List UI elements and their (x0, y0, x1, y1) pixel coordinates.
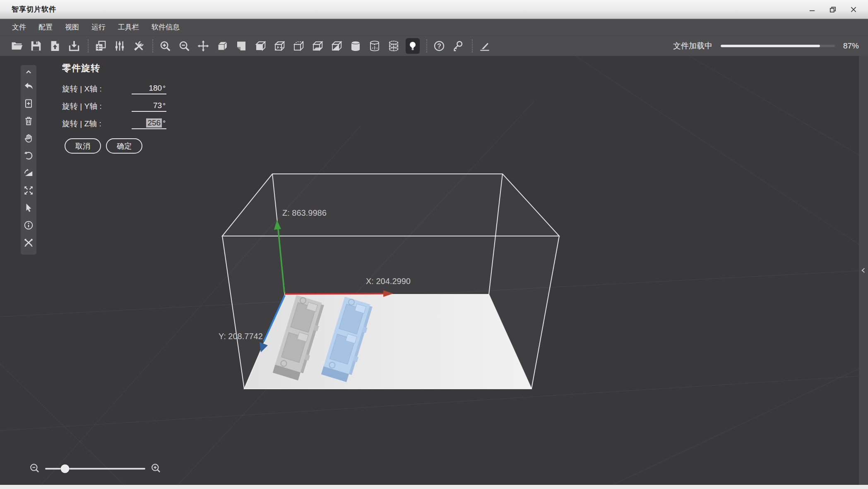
view-hidden-edges-button[interactable] (272, 38, 286, 54)
save-icon (30, 40, 42, 52)
zoom-in-button[interactable] (158, 38, 172, 54)
rotate-button[interactable] (21, 147, 36, 164)
view-sheet-button[interactable] (234, 38, 248, 54)
cylinder-solid-button[interactable] (349, 38, 363, 54)
rotate-y-row: 旋转 | Y轴 : 73° (62, 100, 166, 112)
menu-about[interactable]: 软件信息 (145, 19, 186, 35)
license-key-button[interactable] (451, 38, 465, 54)
rotate-y-input[interactable]: 73° (132, 101, 166, 112)
view-bottom-icon (311, 40, 324, 52)
duplicate-icon (94, 40, 107, 52)
menu-bar: 文件 配置 视图 运行 工具栏 软件信息 (0, 19, 868, 36)
chevron-up-icon (24, 67, 34, 77)
window-controls (805, 0, 861, 19)
restore-button[interactable] (826, 3, 840, 16)
chevron-left-icon (859, 265, 868, 275)
zoom-slider[interactable] (45, 468, 145, 470)
license-key-icon (452, 40, 464, 52)
zoom-out-icon (178, 40, 190, 52)
rotate-x-input[interactable]: 180° (132, 84, 166, 94)
tools-button[interactable] (132, 38, 146, 54)
view-hidden-edges-icon (273, 40, 286, 52)
import-model-button[interactable] (48, 38, 62, 54)
axis-label-y: Y: 208.7742 (219, 332, 263, 341)
collapse-up-button[interactable] (21, 67, 36, 77)
view-dashed-top-icon (292, 40, 305, 52)
info-icon (23, 220, 34, 231)
application-window: 智享切片软件 文件 配置 视图 运行 工具栏 软件信息 (0, 0, 868, 489)
rotate-y-label: 旋转 | Y轴 : (62, 101, 102, 112)
cylinder-solid-icon (349, 40, 362, 52)
open-file-button[interactable] (10, 38, 24, 54)
minimize-icon (808, 6, 816, 13)
degree-symbol: ° (163, 102, 166, 110)
restore-icon (829, 6, 837, 13)
degree-symbol: ° (163, 119, 166, 128)
panel-buttons: 取消 确定 (65, 138, 166, 154)
view-shaded-icon (254, 40, 267, 52)
cylinder-points-button[interactable] (387, 38, 401, 54)
move-button[interactable] (196, 38, 210, 54)
delete-part-button[interactable] (21, 112, 36, 130)
menu-view[interactable]: 视图 (59, 19, 85, 35)
toolbar-separator (152, 39, 153, 53)
close-icon (850, 6, 857, 13)
menu-file[interactable]: 文件 (6, 19, 32, 35)
zoom-out-small-button[interactable] (29, 463, 40, 475)
zoom-knob[interactable] (61, 465, 70, 473)
fit-view-button[interactable] (21, 182, 36, 199)
add-part-button[interactable] (21, 95, 36, 112)
confirm-button[interactable]: 确定 (106, 138, 142, 154)
svg-text:?: ? (437, 42, 441, 49)
file-loading-progress: 文件加载中 87% (673, 36, 859, 56)
progress-bar (721, 45, 835, 47)
add-part-icon (23, 98, 34, 109)
progress-fill (721, 45, 820, 47)
view-bottom-button[interactable] (310, 38, 325, 54)
zoom-in-small-button[interactable] (150, 463, 161, 475)
repair-tools-button[interactable] (21, 234, 36, 251)
zoom-out-icon (29, 463, 40, 474)
adjust-parameters-button[interactable] (113, 38, 127, 54)
menu-config[interactable]: 配置 (32, 19, 59, 35)
close-button[interactable] (846, 3, 861, 16)
cancel-button[interactable]: 取消 (65, 138, 101, 154)
toolbar-separator (88, 39, 89, 53)
help-button[interactable]: ? (432, 38, 446, 54)
view-section-button[interactable] (329, 38, 344, 54)
pan-hand-button[interactable] (21, 130, 36, 147)
cylinder-wireframe-icon (368, 40, 381, 52)
lay-flat-button[interactable] (21, 164, 36, 182)
menu-run[interactable]: 运行 (85, 19, 112, 35)
save-button[interactable] (29, 38, 43, 54)
zoom-out-button[interactable] (177, 38, 191, 54)
status-bar (0, 485, 868, 489)
rotate-z-label: 旋转 | Z轴 : (62, 118, 101, 129)
rotate-ccw-icon (23, 150, 34, 161)
part-info-button[interactable] (21, 217, 36, 234)
progress-percent: 87% (843, 41, 859, 51)
export-model-button[interactable] (67, 38, 81, 54)
zoom-in-icon (150, 463, 161, 474)
undo-button[interactable] (21, 77, 36, 95)
view-dashed-top-button[interactable] (291, 38, 305, 54)
view-shaded-button[interactable] (253, 38, 267, 54)
select-cursor-button[interactable] (21, 199, 36, 217)
repair-tools-icon (23, 237, 34, 248)
adjust-parameters-icon (113, 40, 126, 52)
duplicate-button[interactable] (94, 38, 108, 54)
trash-icon (23, 116, 34, 126)
panel-title: 零件旋转 (62, 62, 166, 75)
cut-tool-button[interactable] (478, 38, 492, 54)
main-toolbar: ? 文件加载中 87% (0, 36, 868, 56)
cursor-icon (23, 202, 34, 213)
minimize-button[interactable] (805, 3, 819, 16)
help-icon: ? (433, 40, 445, 52)
menu-toolbar[interactable]: 工具栏 (112, 19, 145, 35)
view-solid-button[interactable] (215, 38, 229, 54)
light-toggle-button[interactable] (406, 38, 420, 54)
cylinder-wireframe-button[interactable] (368, 38, 382, 54)
rotate-z-input[interactable]: 256° (132, 118, 166, 129)
move-icon (197, 40, 209, 52)
right-panel-handle[interactable] (859, 56, 868, 485)
